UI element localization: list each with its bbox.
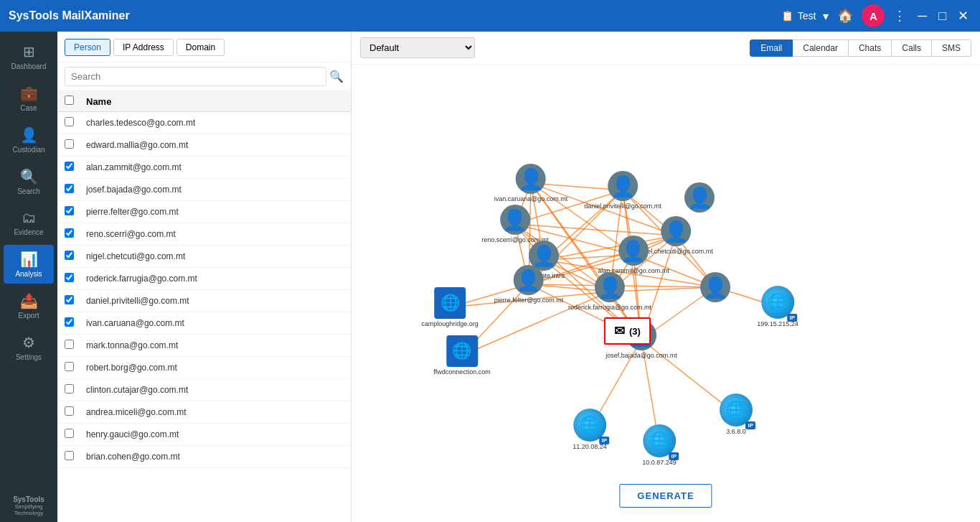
table-row: josef.bajada@go.com.mt (57, 179, 351, 201)
export-icon: 📤 (20, 292, 38, 309)
domain-node[interactable]: 🌐 camploughridge.org (421, 287, 479, 327)
contacts-header: Name (57, 91, 351, 112)
sidebar-item-analysis[interactable]: 📊 Analysis (4, 245, 54, 284)
contact-email: clinton.cutajar@go.com.mt (86, 385, 344, 395)
person-node[interactable]: 👤 ivan.caruana@go.com.mt (494, 164, 568, 202)
settings-icon: ⚙ (22, 334, 35, 351)
tab-calendar[interactable]: Calendar (793, 39, 849, 57)
topbar: SysTools MailXaminer 📋 Test ▾ 🏠 A ⋮ ─ □ … (0, 0, 980, 32)
sidebar-label-dashboard: Dashboard (11, 62, 47, 70)
contact-checkbox[interactable] (65, 362, 74, 371)
contact-checkbox[interactable] (65, 384, 74, 393)
node-label: ivan.caruana@go.com.mt (494, 195, 568, 202)
contact-checkbox[interactable] (65, 273, 74, 282)
domain-cube: 🌐 (446, 335, 478, 367)
person-avatar: 👤 (618, 236, 649, 266)
app-title: SysTools MailXaminer (9, 9, 774, 22)
contact-checkbox[interactable] (65, 251, 74, 260)
domain-cube: 🌐 (434, 287, 466, 319)
minimize-icon[interactable]: ─ (915, 7, 930, 25)
person-node[interactable]: 👤 daniel.privitelli@go.com.mt (584, 171, 661, 210)
case-info: 📋 Test (781, 10, 816, 22)
left-panel: Person IP Address Domain 🔍 Name charles.… (57, 32, 352, 522)
ip-node[interactable]: 🌐 IP 10.0.87.249 (642, 424, 677, 466)
person-avatar: 👤 (684, 182, 715, 213)
table-row: nigel.chetcuti@go.com.mt (57, 246, 351, 268)
contact-checkbox[interactable] (65, 295, 74, 304)
person-node[interactable]: 👤 reno.scerri@go.com.mt (481, 205, 549, 243)
select-all-checkbox[interactable] (65, 95, 74, 105)
tab-sms[interactable]: SMS (932, 39, 971, 57)
contact-checkbox[interactable] (65, 139, 74, 149)
ip-badge: IP (787, 314, 797, 322)
ip-badge: IP (669, 452, 679, 460)
contacts-table: Name charles.tedesco@go.com.mt edward.ma… (57, 91, 351, 522)
table-row: roderick.farrugia@go.com.mt (57, 268, 351, 290)
person-node[interactable]: 👤 pierre.felter@go.com.mt (494, 265, 564, 304)
generate-button[interactable]: GENERATE (619, 484, 712, 508)
contact-email: robert.borg@go.com.mt (86, 363, 344, 373)
contact-checkbox[interactable] (65, 117, 74, 126)
table-row: ivan.caruana@go.com.mt (57, 312, 351, 335)
sidebar-label-custodian: Custodian (12, 146, 44, 154)
node-label: daniel.privitelli@go.com.mt (584, 202, 661, 210)
person-node[interactable]: 👤 roderick.farrugia@go.com.mt (568, 272, 651, 311)
email-count: (3) (629, 326, 641, 337)
topbar-actions: ▾ 🏠 A ⋮ ─ □ ✕ (823, 4, 971, 27)
contact-checkbox[interactable] (65, 162, 74, 171)
ip-badge: IP (745, 421, 755, 429)
home-icon[interactable]: 🏠 (834, 6, 856, 25)
email-popup[interactable]: ✉ (3) (604, 317, 651, 345)
sidebar-item-search[interactable]: 🔍 Search (4, 162, 54, 201)
maximize-icon[interactable]: □ (936, 7, 949, 25)
contact-checkbox[interactable] (65, 317, 74, 327)
contact-email: brian.cohen@go.com.mt (86, 452, 344, 462)
sidebar-label-evidence: Evidence (14, 228, 43, 236)
domain-node[interactable]: 🌐 ffwdconnection.com (433, 335, 490, 376)
filter-tab-ip[interactable]: IP Address (113, 39, 174, 56)
search-button[interactable]: 🔍 (329, 70, 344, 83)
person-node[interactable]: 👤 (700, 272, 730, 302)
contact-checkbox[interactable] (65, 206, 74, 215)
filter-tab-person[interactable]: Person (65, 39, 110, 56)
case-dropdown[interactable]: ▾ (823, 9, 829, 23)
sidebar-item-export[interactable]: 📤 Export (4, 286, 54, 325)
sidebar-item-custodian[interactable]: 👤 Custodian (4, 121, 54, 159)
contact-checkbox[interactable] (65, 429, 74, 438)
contact-checkbox[interactable] (65, 228, 74, 238)
contact-email: mark.tonna@go.com.mt (86, 340, 344, 350)
contact-checkbox[interactable] (65, 184, 74, 193)
more-icon[interactable]: ⋮ (890, 6, 909, 25)
sidebar-item-case[interactable]: 💼 Case (4, 79, 54, 118)
view-select[interactable]: Default Cluster Hierarchy (360, 37, 475, 58)
filter-tabs: Person IP Address Domain (57, 32, 351, 62)
custodian-icon: 👤 (20, 126, 38, 144)
ip-globe: 🌐 IP (573, 409, 606, 442)
person-avatar: 👤 (500, 205, 530, 235)
tab-email[interactable]: Email (750, 39, 793, 57)
filter-tab-domain[interactable]: Domain (176, 39, 225, 56)
node-label: 3.6.8.0 (726, 428, 746, 435)
sidebar-label-export: Export (19, 312, 39, 320)
sidebar-item-evidence[interactable]: 🗂 Evidence (4, 204, 54, 242)
sidebar-item-settings[interactable]: ⚙ Settings (4, 328, 54, 367)
table-row: alan.zammit@go.com.mt (57, 157, 351, 179)
contact-checkbox[interactable] (65, 451, 74, 460)
avatar: A (862, 4, 885, 27)
contact-checkbox[interactable] (65, 340, 74, 349)
person-node[interactable]: 👤 (684, 182, 715, 213)
ip-node[interactable]: 🌐 IP 11.20.08.24 (573, 409, 607, 450)
close-icon[interactable]: ✕ (955, 6, 971, 25)
person-node[interactable]: 👤 alan.zammit@go.com.mt (598, 236, 669, 274)
contact-email: charles.tedesco@go.com.mt (86, 118, 344, 128)
contact-checkbox[interactable] (65, 406, 74, 416)
search-input[interactable] (65, 67, 326, 86)
contact-email: ivan.caruana@go.com.mt (86, 318, 344, 328)
tab-calls[interactable]: Calls (892, 39, 932, 57)
sidebar-item-dashboard[interactable]: ⊞ Dashboard (4, 37, 54, 76)
ip-node[interactable]: 🌐 IP 3.6.8.0 (720, 393, 753, 435)
tab-chats[interactable]: Chats (849, 39, 892, 57)
table-row: mark.tonna@go.com.mt (57, 335, 351, 357)
ip-node[interactable]: 🌐 IP 199.15.215.24 (757, 286, 798, 327)
contact-email: daniel.privitelli@go.com.mt (86, 296, 344, 306)
